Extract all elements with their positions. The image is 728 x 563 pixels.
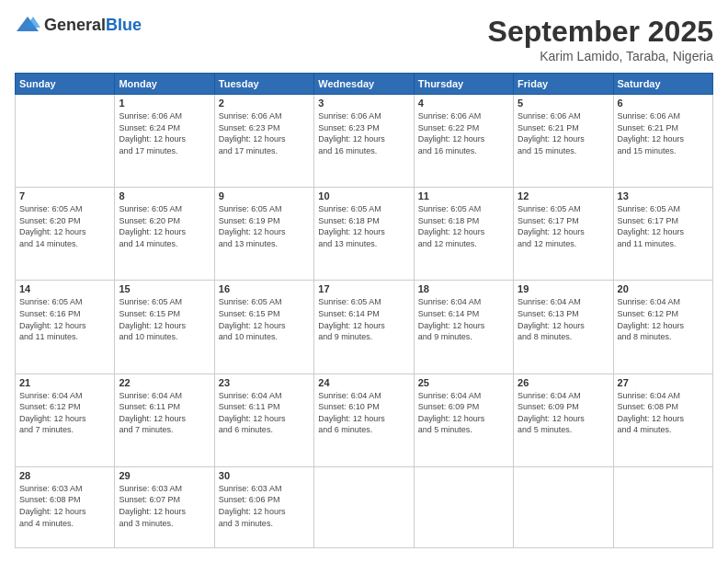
day-number: 1 xyxy=(119,98,210,109)
table-row: 8Sunrise: 6:05 AMSunset: 6:20 PMDaylight… xyxy=(115,188,214,281)
table-row: 30Sunrise: 6:03 AMSunset: 6:06 PMDayligh… xyxy=(214,466,313,547)
day-info: Sunrise: 6:05 AMSunset: 6:17 PMDaylight:… xyxy=(518,203,609,249)
table-row: 2Sunrise: 6:06 AMSunset: 6:23 PMDaylight… xyxy=(214,95,313,188)
table-row: 25Sunrise: 6:04 AMSunset: 6:09 PMDayligh… xyxy=(414,373,513,466)
day-info: Sunrise: 6:06 AMSunset: 6:23 PMDaylight:… xyxy=(318,110,409,156)
table-row xyxy=(414,466,513,547)
calendar-header-row: Sunday Monday Tuesday Wednesday Thursday… xyxy=(16,74,713,95)
day-info: Sunrise: 6:05 AMSunset: 6:19 PMDaylight:… xyxy=(219,203,310,249)
month-title: September 2025 xyxy=(488,15,713,49)
day-number: 7 xyxy=(19,190,110,201)
col-saturday: Saturday xyxy=(613,74,712,95)
day-info: Sunrise: 6:04 AMSunset: 6:12 PMDaylight:… xyxy=(618,296,709,342)
day-number: 29 xyxy=(119,470,210,481)
table-row: 11Sunrise: 6:05 AMSunset: 6:18 PMDayligh… xyxy=(414,188,513,281)
day-number: 14 xyxy=(19,283,110,294)
table-row: 5Sunrise: 6:06 AMSunset: 6:21 PMDaylight… xyxy=(514,95,613,188)
day-number: 9 xyxy=(219,190,310,201)
day-number: 4 xyxy=(418,98,509,109)
logo-icon xyxy=(15,15,40,35)
table-row: 6Sunrise: 6:06 AMSunset: 6:21 PMDaylight… xyxy=(613,95,712,188)
day-info: Sunrise: 6:03 AMSunset: 6:08 PMDaylight:… xyxy=(19,483,110,529)
day-number: 25 xyxy=(418,377,509,388)
logo-general: General xyxy=(44,16,106,34)
table-row: 3Sunrise: 6:06 AMSunset: 6:23 PMDaylight… xyxy=(314,95,414,188)
day-number: 19 xyxy=(518,283,609,294)
table-row: 26Sunrise: 6:04 AMSunset: 6:09 PMDayligh… xyxy=(514,373,613,466)
day-info: Sunrise: 6:04 AMSunset: 6:09 PMDaylight:… xyxy=(418,390,509,436)
day-info: Sunrise: 6:05 AMSunset: 6:16 PMDaylight:… xyxy=(19,296,110,342)
day-number: 23 xyxy=(219,377,310,388)
day-info: Sunrise: 6:04 AMSunset: 6:14 PMDaylight:… xyxy=(418,296,509,342)
calendar: Sunday Monday Tuesday Wednesday Thursday… xyxy=(15,73,713,548)
logo-blue: Blue xyxy=(106,16,142,34)
table-row: 20Sunrise: 6:04 AMSunset: 6:12 PMDayligh… xyxy=(613,281,712,373)
day-info: Sunrise: 6:04 AMSunset: 6:08 PMDaylight:… xyxy=(618,390,709,436)
day-number: 26 xyxy=(518,377,609,388)
table-row xyxy=(16,95,115,188)
day-number: 17 xyxy=(318,283,409,294)
day-number: 28 xyxy=(19,470,110,481)
day-info: Sunrise: 6:05 AMSunset: 6:18 PMDaylight:… xyxy=(418,203,509,249)
day-info: Sunrise: 6:03 AMSunset: 6:07 PMDaylight:… xyxy=(119,483,210,529)
day-number: 5 xyxy=(518,98,609,109)
day-number: 15 xyxy=(119,283,210,294)
table-row xyxy=(613,466,712,547)
day-number: 27 xyxy=(618,377,709,388)
day-info: Sunrise: 6:06 AMSunset: 6:24 PMDaylight:… xyxy=(119,110,210,156)
day-info: Sunrise: 6:05 AMSunset: 6:17 PMDaylight:… xyxy=(618,203,709,249)
day-info: Sunrise: 6:03 AMSunset: 6:06 PMDaylight:… xyxy=(219,483,310,529)
day-number: 2 xyxy=(219,98,310,109)
col-wednesday: Wednesday xyxy=(314,74,414,95)
day-number: 13 xyxy=(618,190,709,201)
table-row xyxy=(514,466,613,547)
table-row: 24Sunrise: 6:04 AMSunset: 6:10 PMDayligh… xyxy=(314,373,414,466)
day-info: Sunrise: 6:04 AMSunset: 6:11 PMDaylight:… xyxy=(219,390,310,436)
day-number: 21 xyxy=(19,377,110,388)
table-row: 10Sunrise: 6:05 AMSunset: 6:18 PMDayligh… xyxy=(314,188,414,281)
day-info: Sunrise: 6:05 AMSunset: 6:20 PMDaylight:… xyxy=(19,203,110,249)
day-info: Sunrise: 6:04 AMSunset: 6:11 PMDaylight:… xyxy=(119,390,210,436)
col-tuesday: Tuesday xyxy=(214,74,313,95)
col-thursday: Thursday xyxy=(414,74,513,95)
day-info: Sunrise: 6:06 AMSunset: 6:22 PMDaylight:… xyxy=(418,110,509,156)
table-row: 21Sunrise: 6:04 AMSunset: 6:12 PMDayligh… xyxy=(16,373,115,466)
day-number: 16 xyxy=(219,283,310,294)
day-number: 18 xyxy=(418,283,509,294)
logo: GeneralBlue xyxy=(15,15,142,35)
table-row: 23Sunrise: 6:04 AMSunset: 6:11 PMDayligh… xyxy=(214,373,313,466)
table-row: 29Sunrise: 6:03 AMSunset: 6:07 PMDayligh… xyxy=(115,466,214,547)
day-number: 10 xyxy=(318,190,409,201)
day-number: 20 xyxy=(618,283,709,294)
table-row: 15Sunrise: 6:05 AMSunset: 6:15 PMDayligh… xyxy=(115,281,214,373)
day-info: Sunrise: 6:06 AMSunset: 6:23 PMDaylight:… xyxy=(219,110,310,156)
table-row: 17Sunrise: 6:05 AMSunset: 6:14 PMDayligh… xyxy=(314,281,414,373)
day-info: Sunrise: 6:06 AMSunset: 6:21 PMDaylight:… xyxy=(518,110,609,156)
table-row: 28Sunrise: 6:03 AMSunset: 6:08 PMDayligh… xyxy=(16,466,115,547)
table-row: 19Sunrise: 6:04 AMSunset: 6:13 PMDayligh… xyxy=(514,281,613,373)
subtitle: Karim Lamido, Taraba, Nigeria xyxy=(488,49,713,63)
day-number: 6 xyxy=(618,98,709,109)
day-number: 30 xyxy=(219,470,310,481)
day-number: 11 xyxy=(418,190,509,201)
day-info: Sunrise: 6:05 AMSunset: 6:15 PMDaylight:… xyxy=(219,296,310,342)
table-row: 7Sunrise: 6:05 AMSunset: 6:20 PMDaylight… xyxy=(16,188,115,281)
header: GeneralBlue September 2025 Karim Lamido,… xyxy=(15,15,713,63)
day-number: 12 xyxy=(518,190,609,201)
day-info: Sunrise: 6:05 AMSunset: 6:20 PMDaylight:… xyxy=(119,203,210,249)
day-info: Sunrise: 6:04 AMSunset: 6:13 PMDaylight:… xyxy=(518,296,609,342)
table-row: 4Sunrise: 6:06 AMSunset: 6:22 PMDaylight… xyxy=(414,95,513,188)
col-sunday: Sunday xyxy=(16,74,115,95)
day-info: Sunrise: 6:04 AMSunset: 6:10 PMDaylight:… xyxy=(318,390,409,436)
table-row: 27Sunrise: 6:04 AMSunset: 6:08 PMDayligh… xyxy=(613,373,712,466)
logo-text: GeneralBlue xyxy=(44,16,142,35)
table-row: 16Sunrise: 6:05 AMSunset: 6:15 PMDayligh… xyxy=(214,281,313,373)
title-section: September 2025 Karim Lamido, Taraba, Nig… xyxy=(488,15,713,63)
day-info: Sunrise: 6:04 AMSunset: 6:09 PMDaylight:… xyxy=(518,390,609,436)
day-info: Sunrise: 6:04 AMSunset: 6:12 PMDaylight:… xyxy=(19,390,110,436)
table-row: 14Sunrise: 6:05 AMSunset: 6:16 PMDayligh… xyxy=(16,281,115,373)
day-info: Sunrise: 6:05 AMSunset: 6:18 PMDaylight:… xyxy=(318,203,409,249)
table-row: 18Sunrise: 6:04 AMSunset: 6:14 PMDayligh… xyxy=(414,281,513,373)
day-number: 8 xyxy=(119,190,210,201)
day-info: Sunrise: 6:06 AMSunset: 6:21 PMDaylight:… xyxy=(618,110,709,156)
